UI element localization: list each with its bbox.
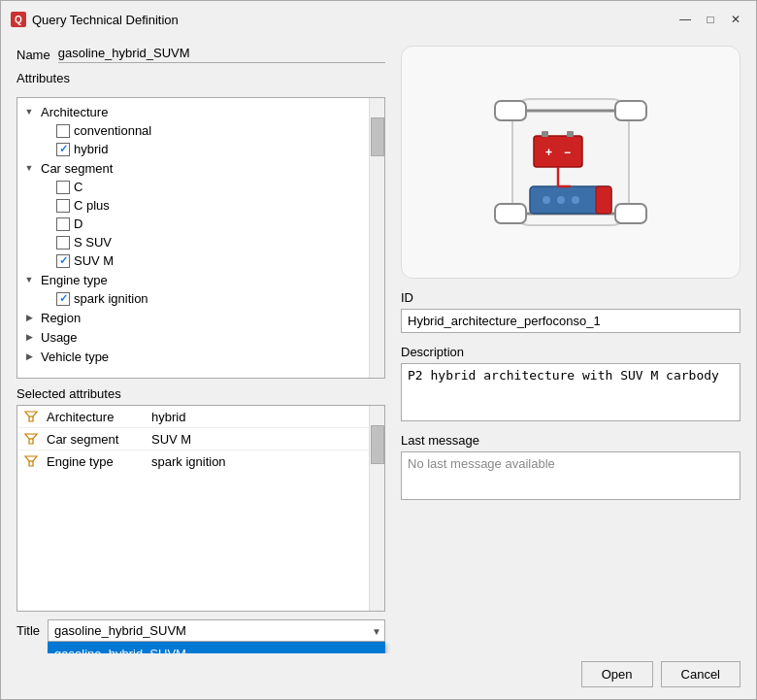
tree-label-conv: conventionnal (74, 123, 151, 138)
selected-attrs-section: Selected attributes Architecture hybrid … (16, 386, 385, 612)
name-row: Name gasoline_hybrid_SUVM (16, 46, 385, 63)
id-input[interactable] (401, 309, 741, 333)
tree-scrollbar[interactable] (369, 98, 384, 378)
tree-label-carseg: Car segment (41, 161, 113, 176)
tree-item-d[interactable]: D (17, 215, 369, 233)
tree-arrow-engtype[interactable] (21, 272, 37, 287)
tree-item-carseg[interactable]: Car segment (17, 158, 369, 178)
tree-item-usage[interactable]: Usage (17, 327, 369, 347)
dialog-footer: Open Cancel (1, 653, 756, 699)
tree-item-conv[interactable]: conventionnal (17, 121, 369, 140)
tree-label-ssuv: S SUV (74, 235, 112, 250)
attr-name-0: Architecture (47, 410, 144, 424)
cancel-button[interactable]: Cancel (661, 661, 741, 687)
tree-arrow-vtype[interactable] (21, 349, 37, 364)
filter-icon-0 (23, 409, 39, 424)
tree-arrow-usage[interactable] (21, 329, 37, 345)
tree-item-vtype[interactable]: Vehicle type (17, 347, 369, 366)
filter-icon-2 (23, 453, 39, 469)
attrs-scrollbar-thumb[interactable] (371, 425, 384, 464)
attributes-tree: ArchitectureconventionnalhybridCar segme… (17, 98, 369, 378)
title-bar: Q Query Technical Definition — □ ✕ (1, 1, 756, 34)
svg-text:+: + (545, 146, 552, 159)
attributes-label: Attributes (16, 71, 385, 85)
attr-value-1: SUV M (151, 432, 363, 447)
id-field-group: ID (401, 290, 741, 333)
tree-item-spark[interactable]: spark ignition (17, 289, 369, 308)
tree-item-region[interactable]: Region (17, 308, 369, 327)
id-label: ID (401, 290, 741, 305)
filter-icon-1 (23, 431, 39, 447)
attr-row-2: Engine type spark ignition (17, 450, 369, 472)
attr-row-0: Architecture hybrid (17, 406, 369, 428)
selected-attrs-container: Architecture hybrid Car segment SUV M En… (16, 405, 385, 612)
tree-label-arch: Architecture (41, 105, 108, 119)
description-textarea[interactable] (401, 363, 741, 421)
attr-name-2: Engine type (47, 454, 144, 469)
close-button[interactable]: ✕ (725, 9, 746, 30)
svg-point-20 (557, 196, 565, 204)
tree-item-ssuv[interactable]: S SUV (17, 233, 369, 251)
tree-arrow-carseg[interactable] (21, 160, 37, 176)
tree-label-d: D (74, 217, 82, 231)
checkbox-suvm[interactable] (56, 254, 70, 268)
tree-arrow-arch[interactable] (21, 104, 37, 119)
vehicle-diagram: + − (401, 46, 741, 279)
tree-label-spark: spark ignition (74, 291, 148, 306)
minimize-button[interactable]: — (675, 9, 696, 30)
svg-rect-13 (534, 136, 582, 167)
tree-label-c: C (74, 180, 82, 194)
svg-rect-8 (615, 101, 646, 120)
tree-label-region: Region (41, 311, 81, 325)
attributes-tree-container: ArchitectureconventionnalhybridCar segme… (16, 97, 385, 379)
checkbox-cplus[interactable] (56, 199, 70, 213)
svg-rect-24 (596, 186, 611, 214)
title-select[interactable]: gasoline_hybrid_SUVM (48, 619, 385, 642)
right-panel: + − ID (401, 46, 741, 642)
dialog: Q Query Technical Definition — □ ✕ Name … (0, 0, 757, 700)
dialog-title: Query Technical Definition (32, 13, 669, 27)
attr-value-2: spark ignition (151, 454, 363, 469)
checkbox-spark[interactable] (56, 292, 70, 306)
tree-label-engtype: Engine type (41, 273, 108, 287)
svg-rect-7 (495, 101, 526, 120)
tree-label-suvm: SUV M (74, 253, 114, 268)
checkbox-hybrid[interactable] (56, 143, 70, 156)
tree-item-cplus[interactable]: C plus (17, 196, 369, 215)
tree-label-cplus: C plus (74, 198, 110, 213)
checkbox-ssuv[interactable] (56, 236, 70, 250)
checkbox-c[interactable] (56, 181, 70, 194)
last-message-value: No last message available (401, 451, 741, 500)
svg-rect-14 (542, 131, 548, 137)
svg-text:−: − (564, 146, 571, 159)
title-label: Title (16, 623, 40, 638)
svg-rect-15 (567, 131, 574, 137)
attr-row-1: Car segment SUV M (17, 428, 369, 450)
checkbox-conv[interactable] (56, 124, 70, 138)
tree-label-usage: Usage (41, 330, 78, 345)
tree-item-engtype[interactable]: Engine type (17, 270, 369, 289)
dropdown-item[interactable]: gasoline_hybrid_SUVM (49, 643, 384, 653)
tree-item-hybrid[interactable]: hybrid (17, 140, 369, 158)
app-icon: Q (11, 12, 26, 27)
svg-rect-10 (615, 204, 646, 223)
description-label: Description (401, 345, 741, 359)
tree-scrollbar-thumb[interactable] (371, 117, 384, 156)
tree-item-c[interactable]: C (17, 178, 369, 196)
name-value: gasoline_hybrid_SUVM (58, 46, 385, 63)
description-field-group: Description (401, 345, 741, 421)
tree-label-vtype: Vehicle type (41, 350, 109, 364)
tree-arrow-region[interactable] (21, 310, 37, 325)
selected-attrs-label: Selected attributes (16, 386, 385, 401)
last-message-text: No last message available (408, 456, 555, 471)
open-button[interactable]: Open (581, 661, 653, 687)
checkbox-d[interactable] (56, 217, 70, 231)
name-label: Name (16, 48, 50, 62)
tree-item-suvm[interactable]: SUV M (17, 251, 369, 270)
attrs-scrollbar[interactable] (369, 406, 384, 611)
tree-item-arch[interactable]: Architecture (17, 102, 369, 121)
tree-label-hybrid: hybrid (74, 142, 108, 156)
maximize-button[interactable]: □ (700, 9, 721, 30)
title-select-wrapper: gasoline_hybrid_SUVM ▼ gasoline_hybrid_S… (48, 619, 385, 642)
last-message-field-group: Last message No last message available (401, 433, 741, 500)
